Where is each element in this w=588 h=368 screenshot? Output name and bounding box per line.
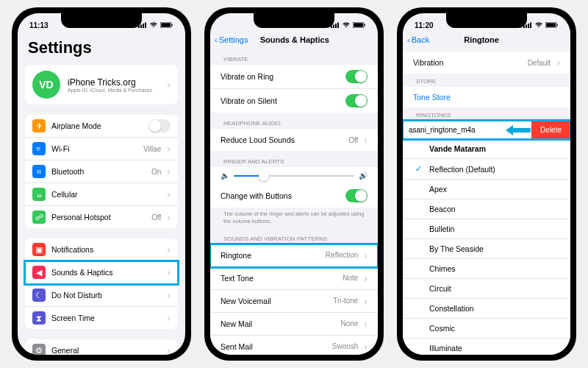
phone-3: 11:20 ‹ Back Ringtone Vibration Default … [397,7,576,361]
row-toggle[interactable] [148,119,171,132]
vibration-row[interactable]: Vibration Default › [403,52,570,74]
vibrate-group: Vibrate on Ring Vibrate on Silent [210,65,378,113]
profile-name: iPhone Tricks.org [68,77,152,88]
row-label: Sent Mail [220,342,326,351]
delete-button[interactable]: Delete [531,121,570,139]
svg-rect-19 [546,23,556,27]
volume-slider[interactable] [234,175,354,177]
wifi-icon [149,22,158,28]
chevron-right-icon: › [167,166,171,177]
ringtone-label: Reflection (Default) [429,165,495,174]
toggle-vibrate-silent[interactable] [345,94,368,107]
row-value: Reflection [326,251,358,259]
section-store: STORE [403,74,570,87]
row-label: Wi-Fi [51,144,137,153]
chevron-right-icon: › [167,312,171,324]
ringtone-row[interactable]: Bulletin [403,219,570,239]
ringtone-row[interactable]: Circuit [403,279,570,299]
svg-rect-20 [557,24,558,26]
settings-row[interactable]: ⌗BluetoothOn› [25,160,178,183]
toggle-change-buttons[interactable] [345,189,368,202]
settings-row[interactable]: ☍Personal HotspotOff› [25,206,178,228]
settings-row[interactable]: ◀Sounds & Haptics› [25,261,178,284]
status-time: 11:20 [415,21,434,29]
chevron-right-icon: › [364,318,368,330]
settings-row[interactable]: ✈Airplane Mode [25,115,178,138]
ringtones-list: Vande Mataram✓Reflection (Default)ApexBe… [403,139,570,355]
row-icon: ☾ [32,289,46,302]
settings-row[interactable]: ᯤWi-FiVillae› [25,138,178,160]
wifi-icon [534,22,543,28]
pattern-row[interactable]: Sent MailSwoosh› [210,336,378,355]
row-value: Default [528,59,551,67]
section-patterns: SOUNDS AND VIBRATION PATTERNS [210,228,378,244]
ringtone-label: Vande Mataram [429,144,486,153]
row-value: None [340,319,358,328]
row-label: Screen Time [51,314,161,322]
ringtone-row[interactable]: Cosmic [403,319,570,339]
ringtone-row[interactable]: Chimes [403,259,570,279]
section-ringer: RINGER AND ALERTS [210,151,378,167]
svg-rect-16 [528,24,529,28]
chevron-right-icon: › [167,266,171,278]
chevron-right-icon: › [167,143,171,155]
tone-store-row[interactable]: Tone Store [403,87,570,107]
avatar: VD [32,71,60,99]
screen-ringtone: 11:20 ‹ Back Ringtone Vibration Default … [403,13,570,355]
pattern-row[interactable]: Text ToneNote› [210,267,378,290]
ringtone-row[interactable]: Vande Mataram [403,139,570,159]
profile-text: iPhone Tricks.org Apple ID, iCloud, Medi… [68,77,152,93]
settings-row[interactable]: ▣Notifications› [25,238,178,261]
row-label: New Mail [220,319,334,328]
pattern-row[interactable]: New MailNone› [210,313,378,336]
chevron-right-icon: › [167,211,171,223]
row-label: Personal Hotspot [51,213,146,222]
ringtone-row[interactable]: Beacon [403,199,570,219]
nav-header: ‹ Back Ringtone [403,32,570,49]
battery-icon [160,22,173,28]
ringtone-label: Illuminate [429,344,462,353]
vibrate-on-ring-row[interactable]: Vibrate on Ring [210,65,378,89]
pattern-row[interactable]: RingtoneReflection› [210,244,378,267]
chevron-right-icon: › [167,79,171,91]
change-with-buttons-row[interactable]: Change with Buttons [210,184,378,208]
screen-settings: 11:13 Settings VD iPhone Tricks.org Appl… [18,13,185,355]
svg-rect-9 [335,24,337,28]
arrow-callout-icon [506,124,531,137]
row-icon: ✈ [32,119,46,132]
svg-rect-12 [354,23,363,27]
svg-rect-13 [365,24,365,26]
vibrate-on-silent-row[interactable]: Vibrate on Silent [210,89,378,113]
row-icon: ᯤ [32,142,46,155]
settings-row[interactable]: ⧗Screen Time› [25,307,178,329]
ringtone-row[interactable]: Illuminate [403,339,570,355]
volume-slider-row[interactable]: 🔈 🔊 [210,167,378,184]
reduce-loud-sounds-row[interactable]: Reduce Loud Sounds Off › [210,129,378,151]
volume-high-icon: 🔊 [359,171,368,180]
chevron-right-icon: › [167,289,171,301]
svg-rect-5 [161,23,171,27]
toggle-vibrate-ring[interactable] [345,70,368,83]
row-label: Sounds & Haptics [51,268,161,277]
swiped-ringtone-row[interactable]: asani_ringtone_m4a Delete [403,121,570,139]
status-time: 11:13 [29,21,49,29]
ringtone-label: Cosmic [429,324,455,333]
settings-row[interactable]: ⏛Cellular› [25,183,178,206]
row-icon: ▣ [32,243,46,256]
settings-row[interactable]: ☾Do Not Disturb› [25,284,178,307]
ringtone-row[interactable]: Apex [403,180,570,199]
nav-title: Sounds & Haptics [218,35,370,44]
ringtone-label: Apex [429,185,447,194]
ringtone-row[interactable]: By The Seaside [403,239,570,259]
ringtone-label: Bulletin [429,224,454,233]
svg-rect-17 [530,23,531,29]
row-icon: ⧗ [32,311,46,325]
settings-row[interactable]: ⚙General› [25,339,178,355]
ringtone-row[interactable]: Constellation [403,299,570,319]
ringtone-row[interactable]: ✓Reflection (Default) [403,159,570,180]
pattern-row[interactable]: New VoicemailTri-tone› [210,290,378,313]
svg-rect-8 [333,25,334,29]
profile-row[interactable]: VD iPhone Tricks.org Apple ID, iCloud, M… [25,65,178,105]
svg-rect-2 [143,24,144,28]
row-value: Villae [143,145,161,153]
